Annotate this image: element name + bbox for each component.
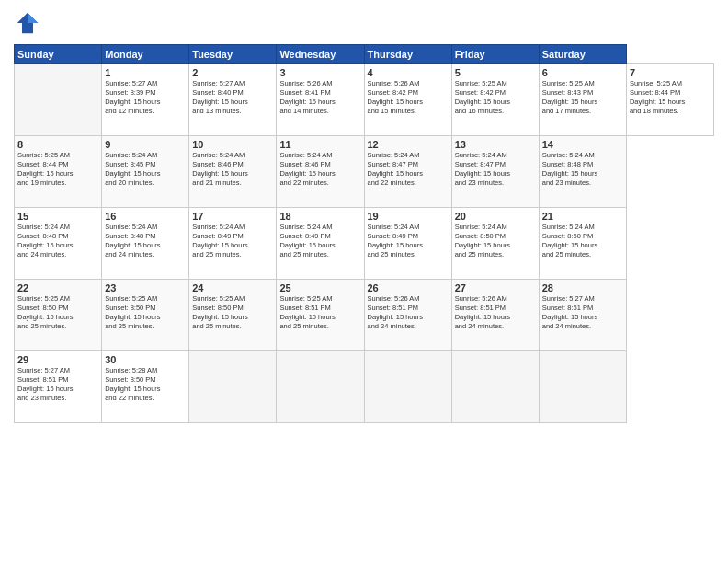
day-info: Sunrise: 5:24 AM Sunset: 8:50 PM Dayligh…	[455, 223, 536, 260]
day-info: Sunrise: 5:28 AM Sunset: 8:50 PM Dayligh…	[105, 366, 186, 404]
day-info: Sunrise: 5:25 AM Sunset: 8:51 PM Dayligh…	[279, 294, 360, 332]
day-info: Sunrise: 5:26 AM Sunset: 8:42 PM Dayligh…	[368, 79, 449, 117]
day-number: 3	[279, 67, 360, 78]
day-number: 20	[455, 211, 536, 222]
day-info: Sunrise: 5:25 AM Sunset: 8:44 PM Dayligh…	[630, 79, 711, 117]
day-info: Sunrise: 5:24 AM Sunset: 8:46 PM Dayligh…	[279, 151, 360, 189]
day-info: Sunrise: 5:24 AM Sunset: 8:48 PM Dayligh…	[17, 223, 98, 260]
day-cell: 2Sunrise: 5:27 AM Sunset: 8:40 PM Daylig…	[189, 64, 277, 136]
header	[14, 9, 714, 37]
day-number: 26	[368, 282, 449, 293]
day-cell: 1Sunrise: 5:27 AM Sunset: 8:39 PM Daylig…	[102, 64, 189, 136]
day-info: Sunrise: 5:24 AM Sunset: 8:46 PM Dayligh…	[192, 151, 273, 189]
day-cell: 30Sunrise: 5:28 AM Sunset: 8:50 PM Dayli…	[102, 351, 189, 423]
header-cell-tuesday: Tuesday	[189, 45, 277, 64]
day-info: Sunrise: 5:25 AM Sunset: 8:50 PM Dayligh…	[192, 294, 273, 332]
day-cell: 18Sunrise: 5:24 AM Sunset: 8:49 PM Dayli…	[277, 208, 364, 280]
day-cell: 13Sunrise: 5:24 AM Sunset: 8:47 PM Dayli…	[451, 136, 539, 208]
day-cell: 14Sunrise: 5:24 AM Sunset: 8:48 PM Dayli…	[539, 136, 626, 208]
logo-icon	[14, 9, 41, 37]
week-row-3: 15Sunrise: 5:24 AM Sunset: 8:48 PM Dayli…	[15, 208, 714, 280]
day-cell: 22Sunrise: 5:25 AM Sunset: 8:50 PM Dayli…	[15, 280, 102, 351]
calendar-table: SundayMondayTuesdayWednesdayThursdayFrid…	[14, 44, 714, 423]
day-cell: 26Sunrise: 5:26 AM Sunset: 8:51 PM Dayli…	[364, 280, 451, 351]
day-cell: 24Sunrise: 5:25 AM Sunset: 8:50 PM Dayli…	[189, 280, 277, 351]
day-number: 27	[455, 282, 536, 293]
day-cell	[539, 351, 626, 423]
day-info: Sunrise: 5:26 AM Sunset: 8:51 PM Dayligh…	[368, 294, 449, 332]
day-cell	[364, 351, 451, 423]
day-number: 9	[105, 139, 186, 150]
day-cell: 9Sunrise: 5:24 AM Sunset: 8:45 PM Daylig…	[102, 136, 189, 208]
page: SundayMondayTuesdayWednesdayThursdayFrid…	[0, 0, 728, 563]
day-number: 24	[192, 282, 273, 293]
day-info: Sunrise: 5:24 AM Sunset: 8:48 PM Dayligh…	[542, 151, 623, 189]
day-cell: 15Sunrise: 5:24 AM Sunset: 8:48 PM Dayli…	[15, 208, 102, 280]
day-info: Sunrise: 5:25 AM Sunset: 8:50 PM Dayligh…	[17, 294, 98, 332]
day-info: Sunrise: 5:27 AM Sunset: 8:51 PM Dayligh…	[542, 294, 623, 332]
header-cell-sunday: Sunday	[15, 45, 102, 64]
day-info: Sunrise: 5:25 AM Sunset: 8:42 PM Dayligh…	[455, 79, 536, 117]
day-number: 7	[630, 67, 711, 78]
day-cell: 17Sunrise: 5:24 AM Sunset: 8:49 PM Dayli…	[189, 208, 277, 280]
day-number: 30	[105, 354, 186, 365]
day-cell: 21Sunrise: 5:24 AM Sunset: 8:50 PM Dayli…	[539, 208, 626, 280]
day-cell: 5Sunrise: 5:25 AM Sunset: 8:42 PM Daylig…	[451, 64, 539, 136]
day-info: Sunrise: 5:24 AM Sunset: 8:49 PM Dayligh…	[368, 223, 449, 260]
day-number: 14	[542, 139, 623, 150]
day-cell	[277, 351, 364, 423]
day-number: 10	[192, 139, 273, 150]
week-row-4: 22Sunrise: 5:25 AM Sunset: 8:50 PM Dayli…	[15, 280, 714, 351]
header-cell-wednesday: Wednesday	[277, 45, 364, 64]
day-number: 23	[105, 282, 186, 293]
day-cell	[451, 351, 539, 423]
day-number: 2	[192, 67, 273, 78]
day-info: Sunrise: 5:26 AM Sunset: 8:51 PM Dayligh…	[455, 294, 536, 332]
day-info: Sunrise: 5:25 AM Sunset: 8:50 PM Dayligh…	[105, 294, 186, 332]
week-row-1: 1Sunrise: 5:27 AM Sunset: 8:39 PM Daylig…	[15, 64, 714, 136]
day-cell: 6Sunrise: 5:25 AM Sunset: 8:43 PM Daylig…	[539, 64, 626, 136]
day-cell: 19Sunrise: 5:24 AM Sunset: 8:49 PM Dayli…	[364, 208, 451, 280]
day-number: 15	[17, 211, 98, 222]
day-cell: 4Sunrise: 5:26 AM Sunset: 8:42 PM Daylig…	[364, 64, 451, 136]
day-cell: 29Sunrise: 5:27 AM Sunset: 8:51 PM Dayli…	[15, 351, 102, 423]
day-cell: 8Sunrise: 5:25 AM Sunset: 8:44 PM Daylig…	[15, 136, 102, 208]
day-cell: 3Sunrise: 5:26 AM Sunset: 8:41 PM Daylig…	[277, 64, 364, 136]
day-info: Sunrise: 5:24 AM Sunset: 8:50 PM Dayligh…	[542, 223, 623, 260]
day-info: Sunrise: 5:27 AM Sunset: 8:51 PM Dayligh…	[17, 366, 98, 404]
header-cell-saturday: Saturday	[539, 45, 626, 64]
day-number: 8	[17, 139, 98, 150]
day-number: 19	[368, 211, 449, 222]
day-info: Sunrise: 5:24 AM Sunset: 8:49 PM Dayligh…	[279, 223, 360, 260]
day-info: Sunrise: 5:27 AM Sunset: 8:39 PM Dayligh…	[105, 79, 186, 117]
day-number: 28	[542, 282, 623, 293]
day-info: Sunrise: 5:24 AM Sunset: 8:47 PM Dayligh…	[455, 151, 536, 189]
day-cell	[15, 64, 102, 136]
day-cell: 28Sunrise: 5:27 AM Sunset: 8:51 PM Dayli…	[539, 280, 626, 351]
day-info: Sunrise: 5:24 AM Sunset: 8:49 PM Dayligh…	[192, 223, 273, 260]
day-cell: 16Sunrise: 5:24 AM Sunset: 8:48 PM Dayli…	[102, 208, 189, 280]
day-number: 21	[542, 211, 623, 222]
day-number: 12	[368, 139, 449, 150]
day-cell	[189, 351, 277, 423]
day-cell: 12Sunrise: 5:24 AM Sunset: 8:47 PM Dayli…	[364, 136, 451, 208]
svg-marker-1	[28, 13, 38, 23]
day-cell: 7Sunrise: 5:25 AM Sunset: 8:44 PM Daylig…	[626, 64, 713, 136]
logo	[14, 9, 45, 37]
day-number: 6	[542, 67, 623, 78]
day-number: 13	[455, 139, 536, 150]
header-row: SundayMondayTuesdayWednesdayThursdayFrid…	[15, 45, 714, 64]
day-number: 17	[192, 211, 273, 222]
day-number: 25	[279, 282, 360, 293]
header-cell-friday: Friday	[451, 45, 539, 64]
day-number: 1	[105, 67, 186, 78]
day-number: 16	[105, 211, 186, 222]
day-number: 29	[17, 354, 98, 365]
day-number: 11	[279, 139, 360, 150]
day-info: Sunrise: 5:24 AM Sunset: 8:45 PM Dayligh…	[105, 151, 186, 189]
day-info: Sunrise: 5:25 AM Sunset: 8:43 PM Dayligh…	[542, 79, 623, 117]
day-info: Sunrise: 5:25 AM Sunset: 8:44 PM Dayligh…	[17, 151, 98, 189]
day-cell: 20Sunrise: 5:24 AM Sunset: 8:50 PM Dayli…	[451, 208, 539, 280]
day-cell: 11Sunrise: 5:24 AM Sunset: 8:46 PM Dayli…	[277, 136, 364, 208]
day-info: Sunrise: 5:27 AM Sunset: 8:40 PM Dayligh…	[192, 79, 273, 117]
